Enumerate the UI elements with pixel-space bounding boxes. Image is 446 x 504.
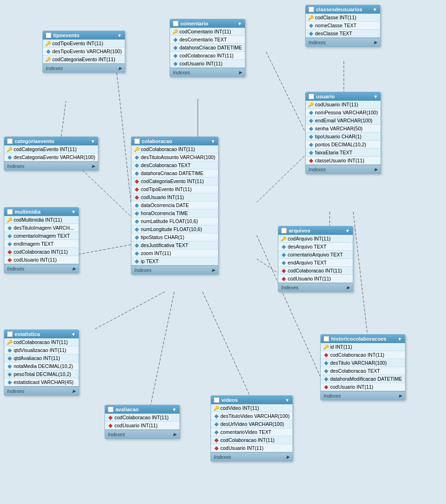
- dropdown-arrow-icon[interactable]: ▼: [373, 7, 377, 12]
- field-text: desClasse TEXT: [315, 31, 352, 36]
- dropdown-arrow-icon[interactable]: ▼: [211, 139, 215, 144]
- field-text: codColaboracao INT(11): [14, 249, 68, 255]
- dropdown-arrow-icon[interactable]: ▼: [71, 332, 76, 337]
- table-row: ◆desTituloImagem VARCH...: [4, 224, 79, 232]
- table-header-estatistica[interactable]: estatistica ▼: [4, 330, 79, 338]
- fk-icon: ◆: [7, 364, 12, 368]
- table-arquivos[interactable]: arquivos ▼ 🔑codArquivo INT(11)◆desArquiv…: [278, 226, 353, 292]
- table-comentario[interactable]: comentario ▼ 🔑codComentario INT(11)◆desC…: [170, 19, 245, 77]
- table-classesdeusuarios[interactable]: classesdeusuarios ▼ 🔑codClasse INT(11)◆n…: [305, 5, 381, 47]
- table-videos[interactable]: videos ▼ 🔑codVideo INT(11)◆desTituloVide…: [211, 395, 293, 462]
- table-header-avaliacao[interactable]: avaliacao ▼: [105, 405, 179, 414]
- dropdown-arrow-icon[interactable]: ▼: [172, 407, 177, 412]
- table-header-usuario[interactable]: usuario ▼: [306, 92, 381, 101]
- dropdown-arrow-icon[interactable]: ▼: [71, 209, 76, 215]
- indexes-label: Indexes: [7, 388, 24, 394]
- fk-icon: ◆: [7, 241, 12, 246]
- indexes-arrow-icon[interactable]: ▶: [374, 167, 378, 172]
- indexes-label: Indexes: [173, 70, 190, 75]
- table-header-colaboracao[interactable]: colaboracao ▼: [131, 137, 218, 145]
- indexes-arrow-icon[interactable]: ▶: [286, 455, 290, 459]
- table-icon: [324, 336, 329, 342]
- table-header-videos[interactable]: videos ▼: [211, 396, 292, 404]
- field-text: codColaboracao INT(11): [330, 352, 384, 358]
- indexes-arrow-icon[interactable]: ▶: [347, 285, 350, 290]
- table-header-arquivos[interactable]: arquivos ▼: [278, 226, 353, 235]
- field-text: codVideo INT(11): [220, 405, 259, 411]
- table-row: ◆zoom INT(11): [131, 249, 218, 257]
- table-header-comentario[interactable]: comentario ▼: [170, 19, 245, 28]
- fk-icon: ◆: [7, 233, 12, 238]
- field-text: codColaboracao INT(11): [220, 437, 275, 443]
- dropdown-arrow-icon[interactable]: ▼: [90, 139, 95, 144]
- table-indexes[interactable]: Indexes ▶: [211, 452, 292, 461]
- dropdown-arrow-icon[interactable]: ▼: [285, 398, 290, 403]
- table-indexes[interactable]: Indexes ▶: [306, 38, 380, 47]
- table-tipoevento[interactable]: tipoevento ▼ 🔑codTipoEvento INT(11)◆desT…: [42, 31, 125, 73]
- table-multimidia[interactable]: multimidia ▼ 🔑codMultimidia INT(11)◆desT…: [4, 207, 79, 273]
- indexes-arrow-icon[interactable]: ▶: [239, 70, 242, 75]
- table-header-historicocolaboracoes[interactable]: historicocolaboracoes ▼: [321, 335, 405, 343]
- table-row: ◆codTipoEvento INT(11): [131, 185, 218, 193]
- field-text: codArquivo INT(11): [288, 236, 331, 241]
- fk-icon: ◆: [214, 422, 219, 426]
- pk-icon: 🔑: [281, 236, 286, 241]
- indexes-arrow-icon[interactable]: ▶: [73, 389, 76, 393]
- table-name: arquivos: [289, 228, 310, 233]
- field-text: codClasse INT(11): [315, 15, 357, 20]
- table-categoriaevento[interactable]: categoriaevento ▼ 🔑codCategoriaEvento IN…: [4, 136, 98, 171]
- indexes-arrow-icon[interactable]: ▶: [399, 393, 402, 398]
- fk-icon: ◆: [308, 31, 313, 36]
- field-text: tipoStatus CHAR(1): [141, 234, 184, 240]
- table-indexes[interactable]: Indexes ▶: [306, 165, 381, 174]
- field-text: codUsuario INT(11): [141, 194, 184, 200]
- table-name: videos: [221, 397, 238, 403]
- dropdown-arrow-icon[interactable]: ▼: [397, 336, 402, 342]
- table-indexes[interactable]: Indexes ▶: [170, 68, 245, 77]
- table-name: tipoevento: [53, 32, 80, 38]
- indexes-arrow-icon[interactable]: ▶: [92, 164, 95, 168]
- table-colaboracao[interactable]: colaboracao ▼ 🔑codColaboracao INT(11)◆de…: [131, 136, 219, 275]
- fk-icon: ◆: [214, 414, 219, 418]
- table-header-categoriaevento[interactable]: categoriaevento ▼: [4, 137, 98, 145]
- table-header-classesdeusuarios[interactable]: classesdeusuarios ▼: [306, 5, 380, 14]
- table-estatistica[interactable]: estatistica ▼ 🔑codColaboracao INT(11)◆qt…: [4, 329, 79, 396]
- table-historicocolaboracoes[interactable]: historicocolaboracoes ▼ 🔑id INT(11)◆codC…: [320, 334, 405, 400]
- field-text: codUsuario INT(11): [220, 445, 264, 451]
- table-indexes[interactable]: Indexes ▶: [131, 265, 218, 274]
- table-indexes[interactable]: Indexes ▶: [43, 64, 125, 72]
- table-row: ◆numLatitude FLOAT(10,6): [131, 217, 218, 225]
- table-usuario[interactable]: usuario ▼ 🔑codUsuario INT(11)◆nomPessoa …: [305, 92, 381, 174]
- indexes-arrow-icon[interactable]: ▶: [73, 266, 76, 271]
- dropdown-arrow-icon[interactable]: ▼: [237, 21, 242, 26]
- table-indexes[interactable]: Indexes ▶: [4, 386, 79, 395]
- table-indexes[interactable]: Indexes ▶: [105, 430, 179, 439]
- indexes-label: Indexes: [281, 285, 299, 290]
- dropdown-arrow-icon[interactable]: ▼: [117, 33, 122, 38]
- table-header-tipoevento[interactable]: tipoevento ▼: [43, 31, 125, 40]
- pk-icon: 🔑: [308, 15, 313, 20]
- table-indexes[interactable]: Indexes ▶: [278, 283, 353, 292]
- indexes-arrow-icon[interactable]: ▶: [173, 432, 177, 437]
- table-icon: [7, 138, 13, 144]
- table-avaliacao[interactable]: avaliacao ▼ ◆codColaboracao INT(11)◆codU…: [105, 405, 180, 439]
- dropdown-arrow-icon[interactable]: ▼: [373, 94, 378, 99]
- dropdown-arrow-icon[interactable]: ▼: [345, 228, 350, 233]
- table-row: 🔑id INT(11): [321, 343, 405, 351]
- indexes-arrow-icon[interactable]: ▶: [374, 40, 377, 45]
- table-row: ◆comentarioImagem TEXT: [4, 232, 79, 240]
- table-row: ◆classeUsuario INT(11): [306, 157, 381, 165]
- table-indexes[interactable]: Indexes ▶: [4, 161, 98, 170]
- fk-pk-icon: ◆: [214, 438, 219, 442]
- table-indexes[interactable]: Indexes ▶: [4, 264, 79, 273]
- fk-icon: ◆: [173, 37, 178, 42]
- table-row: ◆qtdAvaliacao INT(11): [4, 354, 79, 362]
- table-row: ◆desColaboracao TEXT: [131, 161, 218, 169]
- table-header-multimidia[interactable]: multimidia ▼: [4, 208, 79, 216]
- indexes-arrow-icon[interactable]: ▶: [212, 268, 215, 272]
- field-text: codCategoriaEvento INT(11): [141, 178, 204, 184]
- fk-icon: ◆: [324, 376, 328, 381]
- table-indexes[interactable]: Indexes ▶: [321, 391, 405, 400]
- indexes-arrow-icon[interactable]: ▶: [119, 66, 122, 71]
- table-icon: [308, 94, 314, 99]
